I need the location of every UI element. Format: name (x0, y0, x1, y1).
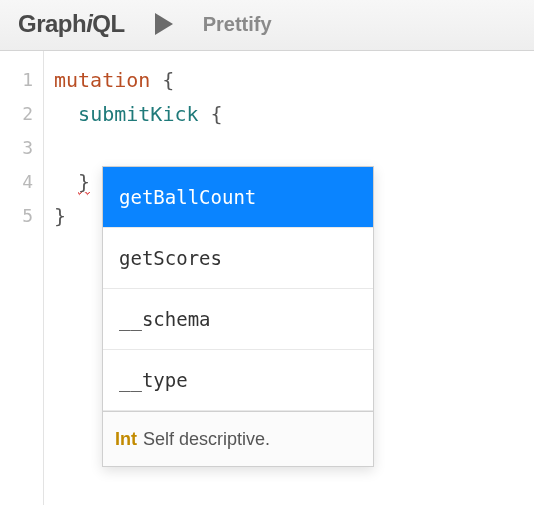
brace-token: } (54, 204, 66, 228)
autocomplete-hint: IntSelf descriptive. (103, 411, 373, 466)
code-line (54, 131, 534, 165)
prettify-button[interactable]: Prettify (203, 13, 272, 36)
indent (54, 102, 78, 126)
code-line: mutation { (54, 63, 534, 97)
brace-token: { (150, 68, 174, 92)
hint-description: Self descriptive. (143, 429, 270, 449)
toolbar: GraphiQL Prettify (0, 0, 534, 51)
line-number: 3 (0, 131, 43, 165)
field-token: submitKick (78, 102, 198, 126)
autocomplete-item[interactable]: getScores (103, 228, 373, 289)
hint-type: Int (115, 429, 137, 449)
brace-token-error: } (78, 170, 90, 196)
code-area[interactable]: mutation { submitKick { } } getBallCount… (44, 51, 534, 505)
autocomplete-item[interactable]: getBallCount (103, 167, 373, 228)
line-number: 2 (0, 97, 43, 131)
keyword-token: mutation (54, 68, 150, 92)
app-logo: GraphiQL (18, 10, 125, 38)
autocomplete-item[interactable]: __schema (103, 289, 373, 350)
line-number: 1 (0, 63, 43, 97)
autocomplete-item[interactable]: __type (103, 350, 373, 411)
line-number: 5 (0, 199, 43, 233)
autocomplete-popup: getBallCount getScores __schema __type I… (102, 166, 374, 467)
indent (54, 170, 78, 194)
line-number: 4 (0, 165, 43, 199)
brace-token: { (199, 102, 223, 126)
editor: 1 2 3 4 5 mutation { submitKick { } } ge… (0, 51, 534, 505)
code-line: submitKick { (54, 97, 534, 131)
play-icon[interactable] (153, 12, 175, 36)
line-gutter: 1 2 3 4 5 (0, 51, 44, 505)
